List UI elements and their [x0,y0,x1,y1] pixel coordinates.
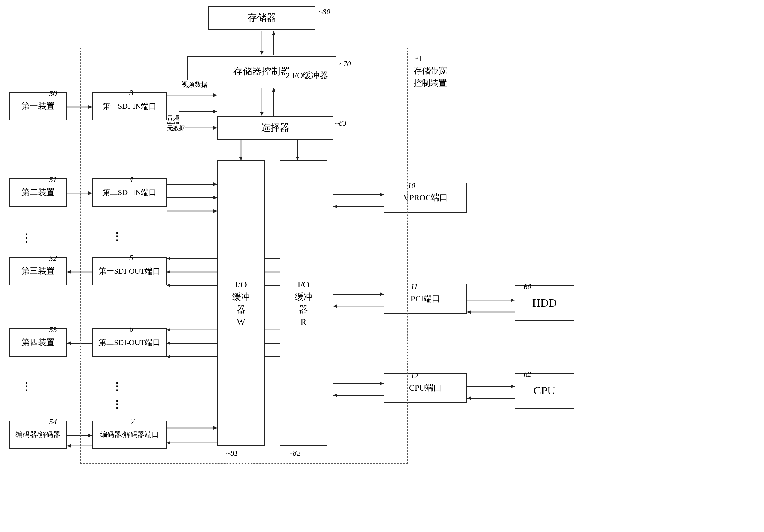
device4-box: 第四装置 [9,329,67,357]
svg-marker-43 [67,341,71,345]
svg-marker-65 [511,385,515,388]
svg-marker-67 [467,396,471,400]
dots-center-1: ⋮ [111,230,122,243]
cpu-port-number: 12 [411,371,418,380]
dots-center-2: ⋮ [111,380,122,393]
video-data-label: 视频数据 [181,80,208,89]
device1-number: 50 [49,89,57,98]
dots-left-1: ⋮ [21,232,32,244]
svg-marker-41 [67,270,71,274]
svg-marker-63 [467,310,471,314]
device2-number: 51 [49,175,57,184]
vproc-number: 10 [408,181,415,190]
device2-box: 第二装置 [9,178,67,206]
main-label: ~1 存储带宽 控制装置 [414,52,447,89]
hdd-number: 60 [524,282,531,291]
dots-left-2: ⋮ [21,380,32,393]
svg-marker-3 [272,31,276,35]
memory-box: 存储器 [208,6,315,30]
diagram: 存储器 ~80 存储器控制器 ~70 2 I/O缓冲器 选择器 ~83 I/O … [0,0,764,532]
meta-data-label: 元数据 [167,124,185,132]
svg-marker-61 [511,298,515,302]
svg-marker-47 [67,444,71,448]
dots-center-3: ⋮ [111,398,122,411]
device1-box: 第一装置 [9,92,67,120]
device3-number: 52 [49,254,57,263]
pci-number: 11 [411,282,418,291]
codec-box: 编码器/解码器 [9,421,67,449]
memory-number: ~80 [318,7,330,16]
cpu-number: 62 [524,370,531,379]
device4-number: 53 [49,326,57,334]
main-dashed-border [80,48,408,464]
codec-number: 54 [49,418,57,427]
device3-box: 第三装置 [9,257,67,285]
